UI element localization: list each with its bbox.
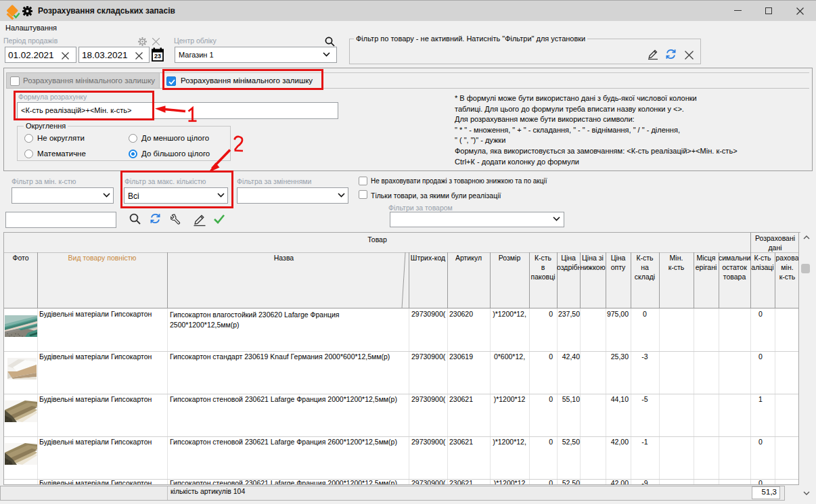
svg-text:23: 23 bbox=[154, 53, 161, 60]
